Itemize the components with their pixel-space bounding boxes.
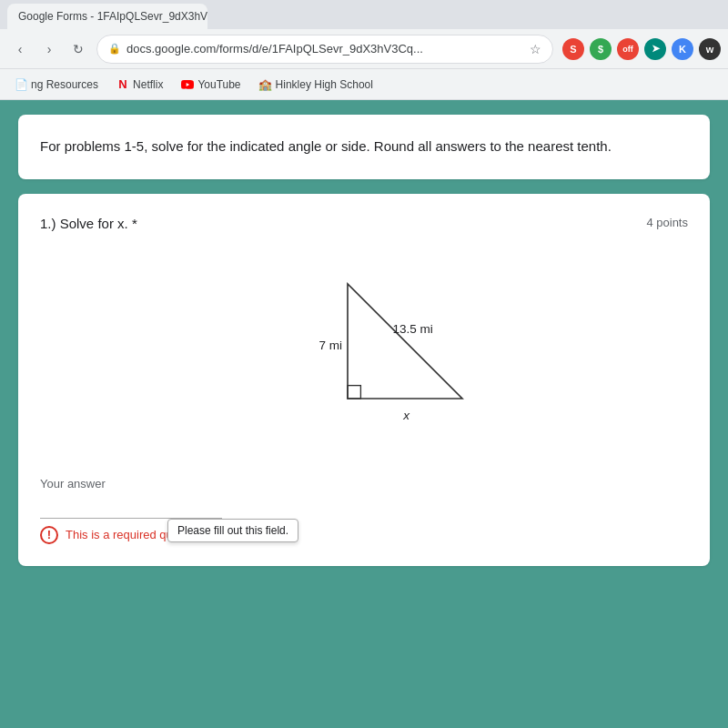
netflix-icon: N <box>116 78 129 91</box>
nav-buttons: ‹ › ↻ <box>7 36 91 62</box>
instructions-card: For problems 1-5, solve for the indicate… <box>18 115 710 179</box>
address-bar: ‹ › ↻ 🔒 docs.google.com/forms/d/e/1FAIpQ… <box>0 29 728 69</box>
url-bar[interactable]: 🔒 docs.google.com/forms/d/e/1FAIpQLSevr_… <box>96 35 553 64</box>
reload-button[interactable]: ↻ <box>66 36 91 62</box>
svg-text:13.5 mi: 13.5 mi <box>393 322 433 336</box>
question-card: 1.) Solve for x. * 4 points 7 mi 13.5 <box>18 194 710 566</box>
ext-dollar-icon[interactable]: $ <box>590 38 612 60</box>
diagram-area: 7 mi 13.5 mi x <box>40 249 688 459</box>
star-icon: ☆ <box>530 42 541 56</box>
bookmark-youtube-label: YouTube <box>197 78 240 91</box>
question-number: 1.) <box>40 216 56 231</box>
svg-rect-2 <box>348 385 360 398</box>
question-text: Solve for x. * <box>60 216 137 231</box>
bookmarks-bar: 📄 ng Resources N Netflix YouTube 🏫 Hinkl… <box>0 69 728 100</box>
svg-marker-1 <box>348 284 462 399</box>
back-button[interactable]: ‹ <box>7 36 33 62</box>
tooltip-box: Please fill out this field. <box>167 519 298 542</box>
triangle-container: 7 mi 13.5 mi x <box>237 268 491 431</box>
instructions-text: For problems 1-5, solve for the indicate… <box>40 136 688 157</box>
ext-k-icon[interactable]: K <box>672 38 693 60</box>
ext-w-icon[interactable]: w <box>699 38 721 60</box>
browser-chrome: Google Forms - 1FAIpQLSevr_9dX3hV3Cq... … <box>0 0 728 100</box>
bookmark-netflix[interactable]: N Netflix <box>109 75 170 95</box>
tab-title: Google Forms - 1FAIpQLSevr_9dX3hV3Cq... <box>18 10 207 23</box>
bookmark-netflix-label: Netflix <box>133 78 163 91</box>
bookmark-hinkley[interactable]: 🏫 Hinkley High School <box>252 75 380 95</box>
youtube-icon <box>181 78 194 91</box>
ext-s-icon[interactable]: S <box>562 38 584 60</box>
active-tab[interactable]: Google Forms - 1FAIpQLSevr_9dX3hV3Cq... <box>7 4 207 29</box>
ext-arrow-icon[interactable]: ➤ <box>644 38 666 60</box>
bookmark-hinkley-label: Hinkley High School <box>276 78 373 91</box>
answer-input[interactable] <box>40 496 222 519</box>
bookmark-resources[interactable]: 📄 ng Resources <box>7 75 106 95</box>
page-content: For problems 1-5, solve for the indicate… <box>0 100 728 728</box>
url-text: docs.google.com/forms/d/e/1FAIpQLSevr_9d… <box>126 42 524 56</box>
question-title: 1.) Solve for x. * <box>40 216 137 231</box>
bookmark-youtube[interactable]: YouTube <box>174 75 248 95</box>
error-icon: ! <box>40 526 58 544</box>
ext-off-icon[interactable]: off <box>617 38 639 60</box>
triangle-svg: 7 mi 13.5 mi x <box>237 268 491 431</box>
question-points: 4 points <box>646 216 688 229</box>
resources-icon: 📄 <box>15 78 27 91</box>
question-header: 1.) Solve for x. * 4 points <box>40 216 688 231</box>
tab-bar: Google Forms - 1FAIpQLSevr_9dX3hV3Cq... <box>0 0 728 29</box>
answer-label: Your answer <box>40 477 688 490</box>
school-icon: 🏫 <box>259 78 272 91</box>
svg-text:7 mi: 7 mi <box>319 339 343 352</box>
browser-extensions: S $ off ➤ K w <box>562 38 721 60</box>
svg-text:x: x <box>402 408 410 421</box>
error-section: ! This is a required question Please fil… <box>40 526 688 544</box>
lock-icon: 🔒 <box>108 43 121 55</box>
forward-button[interactable]: › <box>36 36 62 62</box>
answer-section: Your answer ! This is a required questio… <box>40 477 688 544</box>
bookmark-resources-label: ng Resources <box>31 78 98 91</box>
